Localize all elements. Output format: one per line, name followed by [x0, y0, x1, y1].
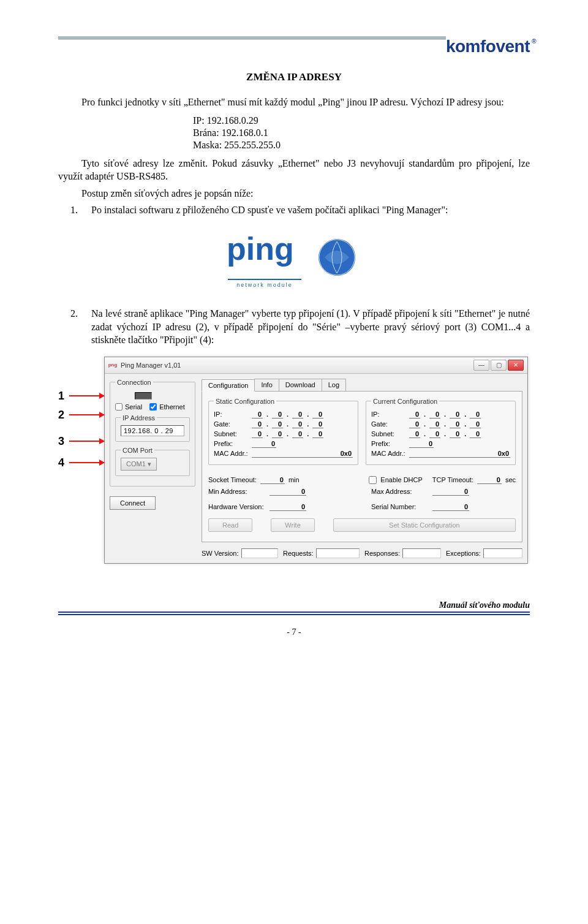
- write-button[interactable]: Write: [271, 518, 314, 532]
- cur-sub-3: [450, 430, 461, 438]
- cur-gate-label: Gate:: [371, 420, 407, 428]
- default-mask: Maska: 255.255.255.0: [193, 140, 530, 151]
- static-mac-input[interactable]: [252, 450, 353, 458]
- ping-manager-window: png Ping Manager v1,01 — ▢ ✕ Connection …: [104, 357, 528, 564]
- defaults-block: IP: 192.168.0.29 Brána: 192.168.0.1 Mask…: [193, 115, 530, 151]
- ethernet-checkbox[interactable]: [149, 403, 157, 411]
- footer-divider: [58, 612, 530, 615]
- window-title: Ping Manager v1,01: [121, 362, 473, 369]
- footer-label: Manuál síťového modulu: [58, 600, 530, 610]
- connection-led-icon: [135, 392, 152, 400]
- svg-text:ping: ping: [227, 231, 294, 267]
- tcp-timeout-label: TCP Timeout:: [432, 476, 473, 483]
- app-icon: png: [108, 361, 117, 369]
- current-config-legend: Current Configuration: [371, 398, 439, 405]
- static-prefix-input[interactable]: [252, 440, 276, 448]
- min-address-value: [270, 488, 306, 496]
- static-prefix-label: Prefix:: [214, 440, 249, 447]
- com-port-legend: COM Port: [121, 447, 154, 454]
- para3: Postup změn síťových adres je popsán níž…: [58, 187, 530, 200]
- intro-paragraph: Pro funkci jednotky v síti „Ethernet" mu…: [58, 96, 530, 109]
- cur-ip-1: [409, 411, 420, 418]
- requests-value: [316, 548, 360, 558]
- cur-ip-3: [450, 411, 461, 418]
- static-ip-label: IP:: [214, 411, 249, 418]
- maximize-button[interactable]: ▢: [491, 360, 507, 371]
- callout-2: 2: [58, 409, 67, 422]
- cur-gate-3: [450, 420, 461, 428]
- exceptions-value: [483, 548, 522, 558]
- cur-sub-2: [429, 430, 440, 438]
- static-sub-4[interactable]: [312, 430, 323, 438]
- callout-1: 1: [58, 390, 67, 403]
- page-title: ZMĚNA IP ADRESY: [58, 71, 530, 83]
- arrow-icon: [69, 462, 104, 463]
- tab-info[interactable]: Info: [254, 379, 279, 391]
- serial-number-label: Serial Number:: [371, 503, 432, 510]
- static-ip-2[interactable]: [272, 411, 283, 418]
- connect-button[interactable]: Connect: [110, 496, 156, 510]
- cur-ip-4: [470, 411, 481, 418]
- arrow-icon: [69, 414, 104, 415]
- enable-dhcp-label: Enable DHCP: [380, 476, 422, 483]
- serial-number-value: [432, 503, 469, 511]
- connection-legend: Connection: [115, 379, 153, 386]
- hardware-version-label: Hardware Version:: [208, 503, 270, 510]
- step-2: Na levé straně aplikace "Ping Manager" v…: [80, 307, 530, 347]
- step-1: Po instalaci softwaru z přiloženého CD s…: [80, 203, 530, 217]
- set-static-button[interactable]: Set Static Configuration: [333, 518, 516, 532]
- brand-logo: komfovent®: [446, 37, 530, 56]
- minimize-button[interactable]: —: [473, 360, 489, 371]
- max-address-value: [432, 488, 469, 496]
- cur-ip-label: IP:: [371, 411, 407, 418]
- ping-logo-subtitle: network module: [228, 279, 301, 290]
- ping-logo: ping network module: [227, 229, 361, 290]
- close-button[interactable]: ✕: [508, 360, 524, 371]
- hardware-version-value: [270, 503, 306, 511]
- cur-prefix-value: [409, 440, 434, 448]
- tab-configuration[interactable]: Configuration: [202, 379, 255, 392]
- static-sub-1[interactable]: [252, 430, 263, 438]
- default-ip: IP: 192.168.0.29: [193, 115, 530, 126]
- default-gate: Brána: 192.168.0.1: [193, 127, 530, 138]
- static-sub-3[interactable]: [292, 430, 303, 438]
- read-button[interactable]: Read: [208, 518, 252, 532]
- cur-mac-value: [409, 450, 510, 458]
- arrow-icon: [69, 395, 104, 396]
- static-ip-1[interactable]: [252, 411, 263, 418]
- serial-checkbox[interactable]: [115, 403, 123, 411]
- tcp-timeout-input[interactable]: [477, 476, 502, 484]
- min-unit: min: [288, 476, 300, 483]
- static-gate-2[interactable]: [272, 420, 283, 428]
- ip-address-input[interactable]: [121, 425, 184, 436]
- static-ip-3[interactable]: [292, 411, 303, 418]
- static-gate-3[interactable]: [292, 420, 303, 428]
- responses-value: [402, 548, 441, 558]
- sw-version-value: [241, 548, 278, 558]
- static-gate-label: Gate:: [214, 420, 249, 428]
- socket-timeout-label: Socket Timeout:: [208, 476, 257, 483]
- cur-gate-4: [470, 420, 481, 428]
- sw-version-label: SW Version:: [202, 550, 239, 557]
- com-port-select[interactable]: COM1 ▾: [121, 458, 157, 471]
- static-mac-label: MAC Addr.:: [214, 450, 249, 457]
- callout-3: 3: [58, 435, 67, 448]
- static-sub-2[interactable]: [272, 430, 283, 438]
- callout-4: 4: [58, 456, 67, 469]
- tab-download[interactable]: Download: [279, 379, 322, 391]
- cur-ip-2: [429, 411, 440, 418]
- tab-log[interactable]: Log: [322, 379, 346, 391]
- enable-dhcp-checkbox[interactable]: [369, 476, 377, 484]
- page-number: - 7 -: [58, 627, 530, 637]
- sec-unit: sec: [505, 476, 516, 483]
- static-gate-1[interactable]: [252, 420, 263, 428]
- static-subnet-label: Subnet:: [214, 430, 249, 437]
- static-gate-4[interactable]: [312, 420, 323, 428]
- ip-address-legend: IP Address: [121, 414, 157, 422]
- cur-sub-4: [470, 430, 481, 438]
- static-ip-4[interactable]: [312, 411, 323, 418]
- socket-timeout-input[interactable]: [260, 476, 285, 484]
- responses-label: Responses:: [364, 550, 400, 557]
- serial-label: Serial: [125, 403, 142, 411]
- cur-prefix-label: Prefix:: [371, 440, 407, 447]
